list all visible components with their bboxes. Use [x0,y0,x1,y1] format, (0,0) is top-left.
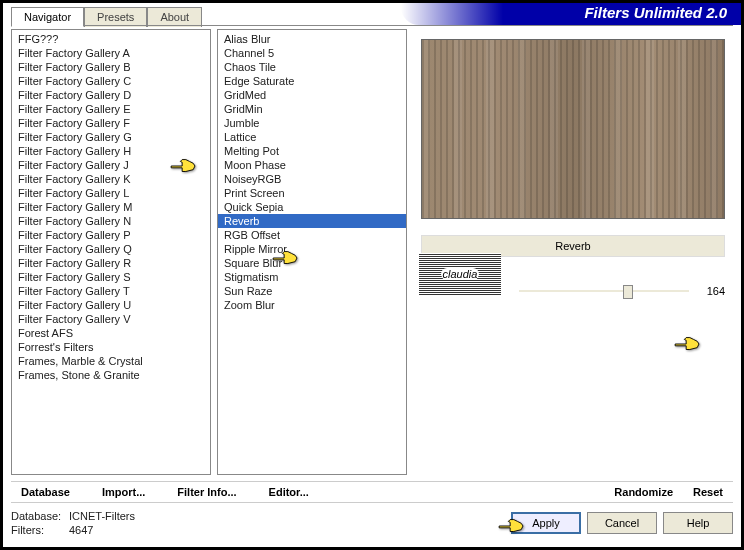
list-item[interactable]: RGB Offset [218,228,406,242]
list-item[interactable]: Edge Saturate [218,74,406,88]
list-item[interactable]: Filter Factory Gallery Q [12,242,210,256]
list-item[interactable]: Filter Factory Gallery D [12,88,210,102]
list-item[interactable]: Channel 5 [218,46,406,60]
slider-thumb[interactable] [623,285,633,299]
editor-button[interactable]: Editor... [259,484,319,500]
status-info: Database:ICNET-Filters Filters:4647 [11,509,135,537]
list-item[interactable]: Filter Factory Gallery P [12,228,210,242]
main-panels: FFG???Filter Factory Gallery AFilter Fac… [11,29,733,475]
list-item[interactable]: Filter Factory Gallery T [12,284,210,298]
tabs: Navigator Presets About [11,7,202,27]
list-item[interactable]: Filter Factory Gallery C [12,74,210,88]
list-item[interactable]: Jumble [218,116,406,130]
list-item[interactable]: Zoom Blur [218,298,406,312]
list-item[interactable]: Lattice [218,130,406,144]
list-item[interactable]: Filter Factory Gallery M [12,200,210,214]
category-list[interactable]: FFG???Filter Factory Gallery AFilter Fac… [11,29,211,475]
list-item[interactable]: Filter Factory Gallery K [12,172,210,186]
list-item[interactable]: Chaos Tile [218,60,406,74]
list-item[interactable]: Filter Factory Gallery L [12,186,210,200]
toolbar-row: Database Import... Filter Info... Editor… [11,481,733,503]
filter-list[interactable]: Alias BlurChannel 5Chaos TileEdge Satura… [217,29,407,475]
list-item[interactable]: Melting Pot [218,144,406,158]
preview-image [421,39,725,219]
import-button[interactable]: Import... [92,484,155,500]
list-item[interactable]: Sun Raze [218,284,406,298]
title-bar: Filters Unlimited 2.0 [401,3,741,25]
list-item[interactable]: Filter Factory Gallery N [12,214,210,228]
preview-pane: Reverb Reverberations 164 [413,29,733,475]
list-item[interactable]: FFG??? [12,32,210,46]
help-button[interactable]: Help [663,512,733,534]
list-item[interactable]: Alias Blur [218,32,406,46]
randomize-button[interactable]: Randomize [604,484,683,500]
list-item[interactable]: Stigmatism [218,270,406,284]
list-item[interactable]: Print Screen [218,186,406,200]
apply-button[interactable]: Apply [511,512,581,534]
filter-info-button[interactable]: Filter Info... [167,484,246,500]
list-item[interactable]: Frames, Marble & Crystal [12,354,210,368]
param-slider[interactable] [519,281,689,301]
list-item[interactable]: Reverb [218,214,406,228]
tab-presets[interactable]: Presets [84,7,147,27]
reset-button[interactable]: Reset [683,484,733,500]
list-item[interactable]: Filter Factory Gallery E [12,102,210,116]
list-item[interactable]: Filter Factory Gallery A [12,46,210,60]
list-item[interactable]: GridMin [218,102,406,116]
database-button[interactable]: Database [11,484,80,500]
tab-separator [11,25,733,26]
list-item[interactable]: Ripple Mirror [218,242,406,256]
list-item[interactable]: Filter Factory Gallery R [12,256,210,270]
tab-navigator[interactable]: Navigator [11,7,84,27]
list-item[interactable]: Filter Factory Gallery V [12,312,210,326]
watermark-stamp: claudia [419,253,501,295]
list-item[interactable]: Filter Factory Gallery G [12,130,210,144]
list-item[interactable]: Frames, Stone & Granite [12,368,210,382]
list-item[interactable]: Quick Sepia [218,200,406,214]
cancel-button[interactable]: Cancel [587,512,657,534]
list-item[interactable]: GridMed [218,88,406,102]
tab-about[interactable]: About [147,7,202,27]
list-item[interactable]: Forest AFS [12,326,210,340]
list-item[interactable]: Filter Factory Gallery U [12,298,210,312]
list-item[interactable]: Filter Factory Gallery S [12,270,210,284]
param-value: 164 [697,285,725,297]
slider-track [519,290,689,292]
status-row: Database:ICNET-Filters Filters:4647 Appl… [11,507,733,539]
list-item[interactable]: Filter Factory Gallery B [12,60,210,74]
list-item[interactable]: Filter Factory Gallery J [12,158,210,172]
list-item[interactable]: NoiseyRGB [218,172,406,186]
list-item[interactable]: Square Blur [218,256,406,270]
list-item[interactable]: Filter Factory Gallery F [12,116,210,130]
list-item[interactable]: Filter Factory Gallery H [12,144,210,158]
list-item[interactable]: Forrest's Filters [12,340,210,354]
list-item[interactable]: Moon Phase [218,158,406,172]
